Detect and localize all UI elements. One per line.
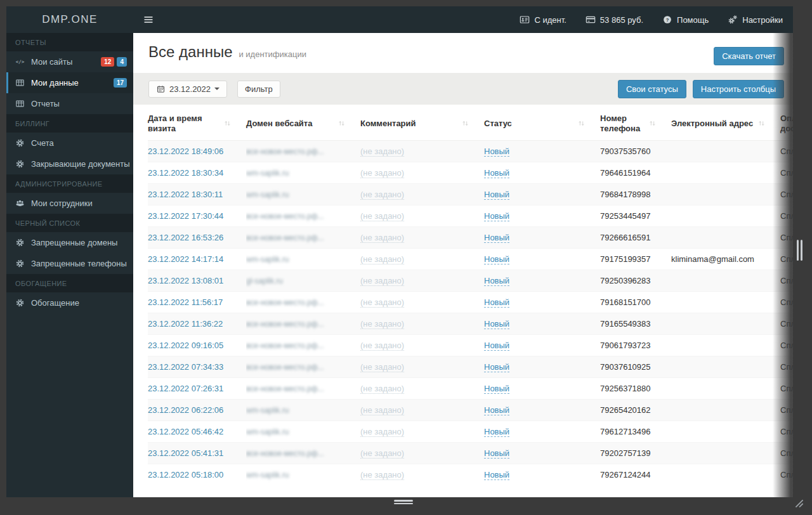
topbar-help[interactable]: Помощь: [662, 15, 709, 25]
status-editable[interactable]: Новый: [484, 405, 509, 415]
status-editable[interactable]: Новый: [484, 297, 509, 308]
comment-editable[interactable]: (не задано): [360, 448, 404, 459]
phone-number: 79266616591: [600, 233, 651, 242]
visit-datetime-link[interactable]: 23.12.2022 07:34:33: [148, 362, 223, 372]
page-subtitle: и идентификации: [239, 49, 306, 59]
column-header[interactable]: Дата и время визита: [148, 107, 246, 140]
visit-datetime-link[interactable]: 23.12.2022 11:56:17: [148, 297, 223, 307]
comment-editable[interactable]: (не задано): [360, 470, 404, 480]
email-address: kliminama@gmail.com: [671, 254, 754, 264]
visit-datetime-link[interactable]: 23.12.2022 14:17:14: [148, 254, 223, 264]
topbar-id-card[interactable]: С идент.: [520, 15, 566, 25]
visit-datetime-link[interactable]: 23.12.2022 18:30:34: [148, 168, 223, 178]
comment-editable[interactable]: (не задано): [360, 233, 404, 243]
count-badge: 17: [114, 78, 127, 88]
status-editable[interactable]: Новый: [484, 190, 509, 200]
visit-datetime-link[interactable]: 23.12.2022 11:36:22: [148, 319, 223, 329]
sidebar-item[interactable]: Запрещенные телефоны: [6, 253, 133, 274]
visit-datetime-link[interactable]: 23.12.2022 06:22:06: [148, 405, 223, 415]
payment-status: Спла: [780, 233, 793, 242]
payment-status: Спла: [780, 448, 793, 458]
resize-grip-icon[interactable]: [794, 499, 805, 508]
table-row: 23.12.2022 18:30:34wm-saplik.ru(не задан…: [148, 162, 793, 183]
visit-datetime-link[interactable]: 23.12.2022 07:26:31: [148, 384, 223, 393]
sidebar-item[interactable]: Мои сайты124: [6, 51, 133, 72]
topbar-credit-card[interactable]: 53 865 руб.: [586, 15, 643, 25]
sidebar-item[interactable]: Запрещенные домены: [6, 232, 133, 253]
payment-status: Спла: [780, 405, 793, 415]
comment-editable[interactable]: (не задано): [360, 297, 404, 308]
vertical-scroll-handle[interactable]: [797, 240, 802, 261]
status-editable[interactable]: Новый: [484, 470, 509, 480]
comment-editable[interactable]: (не задано): [360, 384, 404, 394]
visit-datetime-link[interactable]: 23.12.2022 13:08:01: [148, 276, 223, 285]
website-domain: wm-saplik.ru: [246, 255, 289, 264]
horizontal-scroll-handle[interactable]: [394, 500, 413, 505]
sort-icon: [757, 119, 766, 128]
sidebar-item[interactable]: Закрывающие документы: [6, 153, 133, 174]
comment-editable[interactable]: (не задано): [360, 362, 404, 372]
column-header-label: Дата и время визита: [148, 114, 223, 134]
status-editable[interactable]: Новый: [484, 427, 509, 437]
column-header[interactable]: Опл дост: [780, 107, 793, 140]
custom-statuses-button[interactable]: Свои статусы: [618, 80, 686, 98]
sidebar-item[interactable]: Счета: [6, 133, 133, 153]
column-header-label: Номер телефона: [600, 114, 648, 134]
comment-editable[interactable]: (не задано): [360, 276, 404, 286]
column-header[interactable]: Электронный адрес: [671, 107, 780, 140]
column-header[interactable]: Статус: [484, 107, 600, 140]
status-editable[interactable]: Новый: [484, 254, 509, 264]
comment-editable[interactable]: (не задано): [360, 319, 404, 329]
comment-editable[interactable]: (не задано): [360, 341, 404, 351]
page-title: Все данные: [148, 43, 232, 61]
visit-datetime-link[interactable]: 23.12.2022 05:41:31: [148, 448, 223, 458]
badge-group: 124: [101, 57, 127, 67]
sidebar-item[interactable]: Отчеты: [6, 93, 133, 114]
status-editable[interactable]: Новый: [484, 168, 509, 178]
column-header[interactable]: Комментарий: [360, 107, 484, 140]
comment-editable[interactable]: (не задано): [360, 190, 404, 200]
sidebar-item[interactable]: Мои данные17: [6, 72, 133, 93]
comment-editable[interactable]: (не задано): [360, 254, 404, 264]
payment-status: Спла: [780, 362, 793, 372]
sidebar-item-label: Закрывающие документы: [31, 159, 130, 169]
comment-editable[interactable]: (не задано): [360, 147, 404, 157]
status-editable[interactable]: Новый: [484, 276, 509, 286]
comment-editable[interactable]: (не задано): [360, 427, 404, 437]
status-editable[interactable]: Новый: [484, 319, 509, 329]
comment-editable[interactable]: (не задано): [360, 168, 404, 178]
sidebar-item[interactable]: Обогащение: [6, 292, 133, 313]
sidebar-item[interactable]: Мои сотрудники: [6, 193, 133, 214]
visit-datetime-link[interactable]: 23.12.2022 17:30:44: [148, 211, 223, 221]
comment-editable[interactable]: (не задано): [360, 211, 404, 221]
filter-button[interactable]: Фильтр: [237, 81, 280, 98]
status-editable[interactable]: Новый: [484, 448, 509, 459]
visit-datetime-link[interactable]: 23.12.2022 18:30:11: [148, 190, 223, 199]
sort-icon: [223, 119, 232, 128]
status-editable[interactable]: Новый: [484, 147, 509, 157]
table-row: 23.12.2022 16:53:26все-новое-место.рф...…: [148, 226, 793, 248]
status-editable[interactable]: Новый: [484, 211, 509, 221]
topbar-settings[interactable]: Настройки: [728, 15, 783, 25]
table-row: 23.12.2022 07:26:31все-новое-место.рф...…: [148, 377, 793, 399]
payment-status: Спла: [780, 297, 793, 307]
column-header[interactable]: Номер телефона: [600, 107, 671, 140]
comment-editable[interactable]: (не задано): [360, 405, 404, 415]
payment-status: Спла: [780, 276, 793, 285]
logo-box[interactable]: DMP.ONE: [6, 13, 133, 26]
visit-datetime-link[interactable]: 23.12.2022 05:18:00: [148, 470, 223, 479]
column-header[interactable]: Домен вебсайта: [246, 107, 360, 140]
date-picker-button[interactable]: 23.12.2022: [148, 81, 227, 98]
status-editable[interactable]: Новый: [484, 341, 509, 351]
visit-datetime-link[interactable]: 23.12.2022 18:49:06: [148, 147, 223, 156]
visit-datetime-link[interactable]: 23.12.2022 09:16:05: [148, 341, 223, 350]
download-report-button[interactable]: Скачать отчет: [714, 47, 784, 65]
payment-status: Спла: [780, 190, 793, 199]
configure-columns-button[interactable]: Настроить столбцы: [693, 80, 784, 98]
visit-datetime-link[interactable]: 23.12.2022 05:46:42: [148, 427, 223, 436]
sidebar-toggle-button[interactable]: [142, 13, 155, 26]
status-editable[interactable]: Новый: [484, 362, 509, 372]
visit-datetime-link[interactable]: 23.12.2022 16:53:26: [148, 233, 223, 242]
status-editable[interactable]: Новый: [484, 384, 509, 394]
status-editable[interactable]: Новый: [484, 233, 509, 243]
